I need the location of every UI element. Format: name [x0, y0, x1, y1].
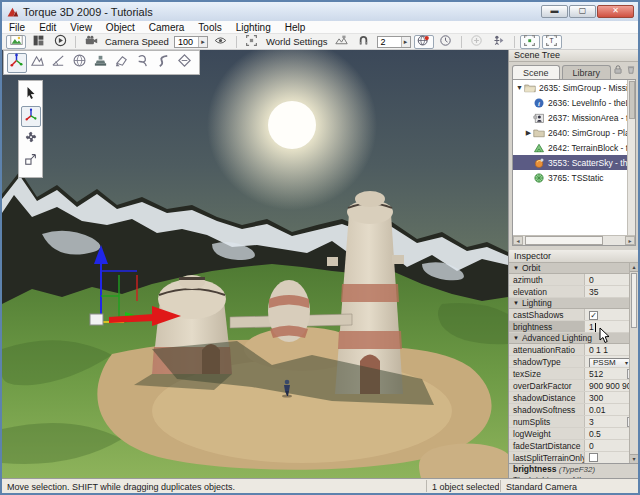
camera-button[interactable]	[81, 35, 101, 49]
road-editor-button[interactable]	[154, 53, 174, 73]
scale-tool-button[interactable]	[21, 150, 41, 171]
menu-item-tools[interactable]: Tools	[191, 22, 228, 33]
scroll-thumb[interactable]	[631, 273, 637, 328]
inspector-scrollbar[interactable]: ▴ ▾	[629, 263, 638, 463]
tree-item[interactable]: 3553: ScatterSky - theSky	[513, 155, 635, 170]
pod[interactable]	[268, 280, 310, 342]
select-arrow-button[interactable]	[21, 84, 41, 105]
scatter-sky-icon	[533, 157, 546, 169]
camera-speed-field[interactable]: 100▸	[174, 36, 208, 48]
menu-item-view[interactable]: View	[63, 22, 99, 33]
property-name[interactable]: brightness	[509, 321, 585, 332]
viewport-3d[interactable]	[2, 49, 508, 482]
tree-item[interactable]: ▼2635: SimGroup - MissionGroup	[513, 80, 635, 95]
scene-tree-header: Scene Tree	[509, 49, 638, 62]
scroll-thumb[interactable]	[525, 236, 603, 245]
frame-bounds-button[interactable]	[242, 35, 262, 49]
terrain-flag-button[interactable]	[332, 35, 352, 49]
inspector-row-shadowSoftness: shadowSoftness0.01	[509, 404, 638, 416]
inspector-group-orbit[interactable]: ▼Orbit	[509, 263, 638, 274]
tree-item[interactable]: 2642: TerrainBlock - theTerrain	[513, 140, 635, 155]
property-name[interactable]: azimuth	[509, 274, 585, 285]
menu-item-help[interactable]: Help	[278, 22, 313, 33]
menu-item-object[interactable]: Object	[99, 22, 142, 33]
scroll-right-icon[interactable]: ▸	[625, 236, 635, 245]
play-button[interactable]	[50, 35, 70, 49]
text-tool-button[interactable]: T	[542, 35, 562, 49]
scene-image-button[interactable]	[6, 35, 26, 49]
globe-badge-button[interactable]	[414, 35, 434, 49]
close-button[interactable]: ✕	[597, 5, 634, 18]
world-editor-button[interactable]	[7, 53, 27, 73]
checkbox[interactable]	[589, 453, 598, 462]
terrain-painter-icon	[51, 53, 66, 72]
menu-item-lighting[interactable]: Lighting	[229, 22, 278, 33]
value-text: 35	[589, 287, 598, 297]
status-camera: Standard Camera	[500, 480, 638, 492]
trash-icon[interactable]	[626, 64, 636, 77]
eye-button[interactable]	[211, 35, 231, 49]
property-name[interactable]: elevation	[509, 286, 585, 297]
tree-item[interactable]: i2636: LevelInfo - theLevelInfo	[513, 95, 635, 110]
menu-item-edit[interactable]: Edit	[32, 22, 63, 33]
scroll-up-icon[interactable]: ▴	[630, 263, 638, 272]
expander-icon[interactable]: ▼	[515, 84, 524, 91]
property-name[interactable]: shadowSoftness	[509, 404, 585, 415]
datablock-editor-button[interactable]	[91, 53, 111, 73]
rotate-tool-button[interactable]	[21, 128, 41, 149]
tab-library[interactable]: Library	[562, 65, 612, 79]
property-name[interactable]: overDarkFactor	[509, 380, 585, 391]
terrain-editor-button[interactable]	[28, 53, 48, 73]
menu-item-file[interactable]: File	[2, 22, 32, 33]
value-text: 0 1 1	[589, 345, 608, 355]
toolbar-separator	[75, 36, 76, 48]
spinner-icon[interactable]: ▸	[401, 37, 410, 47]
title-bar: Torque 3D 2009 - Tutorials ▬ ▢ ✕	[2, 2, 638, 21]
checkbox-checked[interactable]: ✓	[589, 311, 598, 320]
tree-vertical-scrollbar[interactable]	[627, 80, 635, 235]
dropdown-shadowType[interactable]: PSSM▾	[589, 358, 631, 368]
terrain-painter-button[interactable]	[49, 53, 69, 73]
menu-item-camera[interactable]: Camera	[142, 22, 192, 33]
maximize-button[interactable]: ▢	[569, 5, 596, 18]
property-name[interactable]: attenuationRatio	[509, 344, 585, 355]
player-move-button[interactable]	[489, 35, 509, 49]
expander-icon[interactable]: ▶	[524, 129, 533, 137]
datablock-editor-icon	[93, 53, 108, 72]
property-name[interactable]: texSize	[509, 368, 585, 379]
magnet-button[interactable]	[354, 35, 374, 49]
terrain-block-icon	[533, 142, 546, 154]
tree-item[interactable]: 2637: MissionArea - theMis	[513, 110, 635, 125]
property-name[interactable]: numSplits	[509, 416, 585, 427]
decal-editor-button[interactable]	[112, 53, 132, 73]
lock-icon[interactable]	[613, 64, 623, 77]
property-name[interactable]: shadowDistance	[509, 392, 585, 403]
inspector-group-lighting[interactable]: ▼Lighting	[509, 298, 638, 309]
spinner-icon[interactable]: ▸	[198, 37, 207, 47]
value-text: 1	[589, 322, 594, 332]
tree-horizontal-scrollbar[interactable]: ◂ ▸	[513, 235, 635, 245]
river-editor-button[interactable]	[133, 53, 153, 73]
eye-icon	[214, 33, 227, 51]
snap-size-field[interactable]: 2▸	[377, 36, 411, 48]
property-name[interactable]: fadeStartDistance	[509, 440, 585, 451]
scroll-down-icon[interactable]: ▾	[630, 454, 638, 463]
toolbar-label: World Settings	[266, 36, 328, 47]
tree-item[interactable]: 3765: TSStatic	[513, 170, 635, 185]
mesh-road-editor-button[interactable]	[175, 53, 195, 73]
property-name[interactable]: castShadows	[509, 309, 585, 320]
move-gizmo-button[interactable]	[21, 106, 41, 127]
property-name[interactable]: logWeight	[509, 428, 585, 439]
tree-item[interactable]: ▶2640: SimGroup - PlayerDropP	[513, 125, 635, 140]
mission-area-editor-button[interactable]	[70, 53, 90, 73]
minimize-button[interactable]: ▬	[541, 5, 568, 18]
value-text: 300	[589, 393, 603, 403]
property-name[interactable]: lastSplitTerrainOnly	[509, 452, 585, 463]
layout-button[interactable]	[28, 35, 48, 49]
inspector-group-advanced-lighting[interactable]: ▼Advanced Lighting	[509, 333, 638, 344]
scroll-left-icon[interactable]: ◂	[513, 236, 523, 245]
tab-scene[interactable]: Scene	[512, 65, 560, 79]
bounds-button[interactable]	[520, 35, 540, 49]
clock-button[interactable]	[436, 35, 456, 49]
property-name[interactable]: shadowType	[509, 356, 585, 367]
